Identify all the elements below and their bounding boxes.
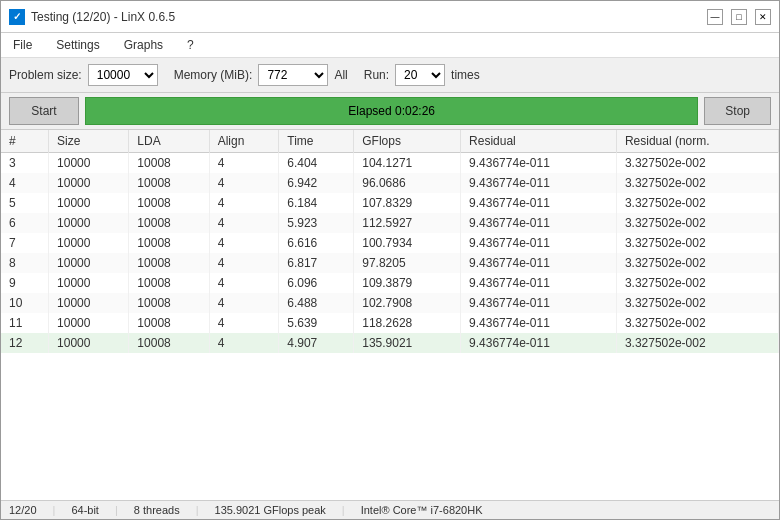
- problem-size-label: Problem size:: [9, 68, 82, 82]
- menu-help[interactable]: ?: [183, 36, 198, 54]
- problem-size-group: Problem size: 10000: [9, 64, 158, 86]
- table-row: 9100001000846.096109.38799.436774e-0113.…: [1, 273, 779, 293]
- minimize-button[interactable]: —: [707, 9, 723, 25]
- status-bits: 64-bit: [71, 504, 99, 516]
- col-header-gflops: GFlops: [354, 130, 461, 153]
- table-cell: 107.8329: [354, 193, 461, 213]
- table-cell: 4.907: [279, 333, 354, 353]
- col-header-residual: Residual: [461, 130, 617, 153]
- elapsed-text: Elapsed 0:02:26: [348, 104, 435, 118]
- col-header-residual-norm: Residual (norm.: [616, 130, 778, 153]
- menu-file[interactable]: File: [9, 36, 36, 54]
- table-cell: 11: [1, 313, 49, 333]
- table-cell: 10008: [129, 293, 209, 313]
- table-body: 3100001000846.404104.12719.436774e-0113.…: [1, 153, 779, 354]
- memory-select[interactable]: 772: [258, 64, 328, 86]
- status-threads: 8 threads: [134, 504, 180, 516]
- progress-bar: Elapsed 0:02:26: [85, 97, 698, 125]
- table-cell: 9.436774e-011: [461, 173, 617, 193]
- table-cell: 3.327502e-002: [616, 333, 778, 353]
- table-cell: 4: [1, 173, 49, 193]
- table-cell: 10000: [49, 213, 129, 233]
- table-cell: 10000: [49, 233, 129, 253]
- table-cell: 5: [1, 193, 49, 213]
- table-cell: 10008: [129, 333, 209, 353]
- memory-label: Memory (MiB):: [174, 68, 253, 82]
- table-row: 4100001000846.94296.06869.436774e-0113.3…: [1, 173, 779, 193]
- col-header-time: Time: [279, 130, 354, 153]
- table-row: 6100001000845.923112.59279.436774e-0113.…: [1, 213, 779, 233]
- col-header-lda: LDA: [129, 130, 209, 153]
- table-cell: 10000: [49, 293, 129, 313]
- run-select[interactable]: 20: [395, 64, 445, 86]
- run-label: Run:: [364, 68, 389, 82]
- close-button[interactable]: ✕: [755, 9, 771, 25]
- table-cell: 4: [209, 213, 279, 233]
- table-cell: 10000: [49, 273, 129, 293]
- table-cell: 9.436774e-011: [461, 213, 617, 233]
- times-label: times: [451, 68, 480, 82]
- table-cell: 4: [209, 313, 279, 333]
- table-cell: 6.817: [279, 253, 354, 273]
- window-title: Testing (12/20) - LinX 0.6.5: [31, 10, 175, 24]
- table-cell: 10: [1, 293, 49, 313]
- problem-size-select[interactable]: 10000: [88, 64, 158, 86]
- table-cell: 10000: [49, 333, 129, 353]
- table-row: 10100001000846.488102.79089.436774e-0113…: [1, 293, 779, 313]
- table-cell: 5.923: [279, 213, 354, 233]
- status-progress: 12/20: [9, 504, 37, 516]
- table-cell: 6.184: [279, 193, 354, 213]
- main-window: ✓ Testing (12/20) - LinX 0.6.5 — □ ✕ Fil…: [0, 0, 780, 520]
- col-header-num: #: [1, 130, 49, 153]
- table-cell: 6: [1, 213, 49, 233]
- run-group: Run: 20 times: [364, 64, 480, 86]
- table-row: 12100001000844.907135.90219.436774e-0113…: [1, 333, 779, 353]
- table-cell: 3: [1, 153, 49, 174]
- table-cell: 4: [209, 193, 279, 213]
- col-header-size: Size: [49, 130, 129, 153]
- window-controls: — □ ✕: [707, 9, 771, 25]
- table-cell: 10008: [129, 213, 209, 233]
- table-cell: 6.616: [279, 233, 354, 253]
- table-cell: 112.5927: [354, 213, 461, 233]
- app-icon: ✓: [9, 9, 25, 25]
- table-cell: 9.436774e-011: [461, 253, 617, 273]
- menu-settings[interactable]: Settings: [52, 36, 103, 54]
- table-cell: 10008: [129, 193, 209, 213]
- table-cell: 10008: [129, 173, 209, 193]
- table-cell: 10008: [129, 233, 209, 253]
- results-table: # Size LDA Align Time GFlops Residual Re…: [1, 130, 779, 353]
- table-cell: 10008: [129, 153, 209, 174]
- table-cell: 10000: [49, 173, 129, 193]
- maximize-button[interactable]: □: [731, 9, 747, 25]
- table-cell: 96.0686: [354, 173, 461, 193]
- table-cell: 6.942: [279, 173, 354, 193]
- table-cell: 9.436774e-011: [461, 153, 617, 174]
- table-cell: 6.488: [279, 293, 354, 313]
- table-cell: 7: [1, 233, 49, 253]
- menu-graphs[interactable]: Graphs: [120, 36, 167, 54]
- stop-button[interactable]: Stop: [704, 97, 771, 125]
- status-bar: 12/20 | 64-bit | 8 threads | 135.9021 GF…: [1, 500, 779, 519]
- table-cell: 9.436774e-011: [461, 293, 617, 313]
- table-cell: 3.327502e-002: [616, 313, 778, 333]
- table-cell: 9.436774e-011: [461, 313, 617, 333]
- table-cell: 10000: [49, 193, 129, 213]
- start-button[interactable]: Start: [9, 97, 79, 125]
- table-cell: 104.1271: [354, 153, 461, 174]
- table-cell: 3.327502e-002: [616, 233, 778, 253]
- table-row: 8100001000846.81797.82059.436774e-0113.3…: [1, 253, 779, 273]
- status-cpu: Intel® Core™ i7-6820HK: [361, 504, 483, 516]
- table-row: 5100001000846.184107.83299.436774e-0113.…: [1, 193, 779, 213]
- table-cell: 3.327502e-002: [616, 253, 778, 273]
- table-cell: 3.327502e-002: [616, 173, 778, 193]
- table-cell: 135.9021: [354, 333, 461, 353]
- table-cell: 9.436774e-011: [461, 333, 617, 353]
- table-cell: 3.327502e-002: [616, 153, 778, 174]
- table-cell: 9.436774e-011: [461, 233, 617, 253]
- col-header-align: Align: [209, 130, 279, 153]
- table-cell: 4: [209, 273, 279, 293]
- results-table-container: # Size LDA Align Time GFlops Residual Re…: [1, 130, 779, 500]
- title-bar-left: ✓ Testing (12/20) - LinX 0.6.5: [9, 9, 175, 25]
- status-peak: 135.9021 GFlops peak: [215, 504, 326, 516]
